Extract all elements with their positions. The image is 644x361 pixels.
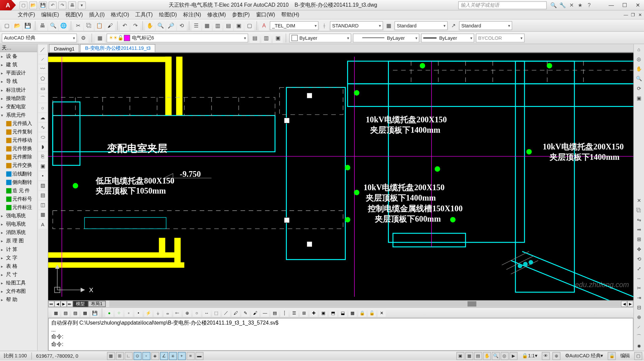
linetype-combo[interactable]: ByLayer (353, 33, 419, 42)
status-model-icon[interactable]: ▣ (456, 352, 464, 360)
palette-item-22[interactable]: ▸原 理 图 (0, 237, 37, 245)
table-icon[interactable]: ▦ (38, 210, 47, 219)
palette-item-25[interactable]: ▸表 格 (0, 262, 37, 270)
mdi-restore-button[interactable]: ❐ (630, 12, 636, 18)
qat-redo-icon[interactable]: ↷ (58, 1, 66, 9)
layer-iso-icon[interactable]: ▥ (261, 33, 271, 42)
undo-icon[interactable]: ↶ (120, 20, 130, 30)
textstyle-icon[interactable]: A (259, 20, 269, 30)
mleaderstyle-icon[interactable]: ↗ (449, 20, 458, 30)
tab-first-icon[interactable]: ⏮ (48, 301, 54, 307)
maximize-button[interactable]: ☐ (618, 1, 631, 9)
circle-icon[interactable]: ○ (38, 103, 47, 112)
et-29-icon[interactable]: ⬒ (329, 309, 337, 317)
status-qvlay-icon[interactable]: ▤ (474, 352, 482, 360)
palette-item-13[interactable]: 元件交换 (0, 161, 37, 169)
modify-join-icon[interactable]: ⊕ (635, 313, 643, 322)
et-6-icon[interactable]: ● (105, 309, 113, 317)
status-scale[interactable]: 比例 1:100 (2, 352, 28, 359)
markup-icon[interactable]: ▣ (234, 20, 244, 30)
palette-item-4[interactable]: ▸标注统计 (0, 86, 37, 94)
status-ducs-icon[interactable]: ⚹ (169, 352, 177, 360)
search-icon[interactable]: 🔍 (550, 2, 557, 9)
palette-item-19[interactable]: ▸强电系统 (0, 212, 37, 220)
et-13-icon[interactable]: ⟜ (173, 309, 181, 317)
key-icon[interactable]: 🔧 (559, 2, 566, 9)
doc-tab-2[interactable]: B-变电所-办公楼201411.19_t3 (80, 44, 156, 52)
dimstyle-icon[interactable]: ⟊ (319, 20, 329, 30)
et-7-icon[interactable]: ⁘ (115, 309, 123, 317)
palette-item-9[interactable]: 元件复制 (0, 128, 37, 136)
properties-icon[interactable]: ☰ (191, 20, 201, 30)
nav-steer-icon[interactable]: ◎ (635, 55, 643, 64)
status-snap-icon[interactable]: ▦ (107, 352, 115, 360)
et-17-icon[interactable]: ⬚ (212, 309, 220, 317)
et-34-icon[interactable]: ✕ (378, 309, 386, 317)
et-26-icon[interactable]: ⊞ (300, 309, 308, 317)
modify-break-icon[interactable]: ⊟ (635, 303, 643, 312)
qcalc-icon[interactable]: ▢ (245, 20, 254, 30)
palette-item-15[interactable]: 侧向翻转 (0, 178, 37, 187)
textstyle-combo[interactable]: _TEL_DIM (270, 21, 318, 30)
insert-icon[interactable]: ⎘ (38, 152, 47, 161)
palette-item-1[interactable]: ▸建 筑 (0, 61, 37, 69)
palette-item-20[interactable]: ▸弱电系统 (0, 220, 37, 228)
et-31-icon[interactable]: ▦ (348, 309, 356, 317)
modify-explode-icon[interactable]: ✸ (635, 342, 643, 351)
palette-item-8[interactable]: 元件插入 (0, 119, 37, 128)
rect-icon[interactable]: ▭ (38, 84, 47, 93)
et-4-icon[interactable]: ▩ (81, 309, 89, 317)
dc-icon[interactable]: ▦ (202, 20, 212, 30)
et-1-icon[interactable]: ▦ (52, 309, 60, 317)
spline-icon[interactable]: ∿ (38, 123, 47, 131)
ws-settings-icon[interactable]: ⚙ (79, 33, 88, 42)
layer-states-icon[interactable]: ▤ (250, 33, 260, 42)
tool-palettes-icon[interactable]: ▥ (213, 20, 223, 30)
status-workspace[interactable]: ⚙AutoCAD 经典▾ (563, 352, 605, 359)
et-21-icon[interactable]: 🖌 (251, 309, 259, 317)
et-18-icon[interactable]: ／ (222, 309, 230, 317)
publish-icon[interactable]: 🌐 (59, 20, 69, 30)
palette-item-24[interactable]: ▸文 字 (0, 253, 37, 262)
menu-help[interactable]: 帮助(H) (281, 11, 299, 18)
zoom-rt-icon[interactable]: 🔍 (156, 20, 165, 30)
et-20-icon[interactable]: ✎ (241, 309, 249, 317)
copy-icon[interactable]: ⿻ (84, 20, 94, 30)
zoom-prev-icon[interactable]: ⟲ (177, 20, 187, 30)
palette-item-27[interactable]: ▸绘图工具 (0, 279, 37, 287)
status-ortho-icon[interactable]: ∟ (125, 352, 133, 360)
modify-fillet-icon[interactable]: ⌒ (635, 332, 643, 341)
palette-title[interactable]: 天… (0, 44, 37, 52)
match-icon[interactable]: 🖌 (105, 20, 115, 30)
status-tray[interactable]: 编辑 (618, 352, 632, 359)
palette-item-23[interactable]: ▸计 算 (0, 245, 37, 253)
plot-icon[interactable]: 🖶 (37, 20, 47, 30)
status-otrack-icon[interactable]: ∠ (160, 352, 168, 360)
status-steer2-icon[interactable]: ◎ (501, 352, 509, 360)
status-dyn-icon[interactable]: + (178, 352, 186, 360)
et-27-icon[interactable]: ✚ (310, 309, 318, 317)
zoom-win-icon[interactable]: 🔎 (166, 20, 176, 30)
qat-more-icon[interactable]: ▾ (78, 1, 86, 9)
app-icon[interactable]: A (0, 0, 16, 10)
status-motion-icon[interactable]: ▶ (509, 352, 517, 360)
gradient-icon[interactable]: ▤ (38, 191, 47, 200)
status-qview-icon[interactable]: ▦ (465, 352, 473, 360)
palette-item-14[interactable]: 沿线翻转 (0, 169, 37, 178)
tab-next-icon[interactable]: ▶ (61, 301, 67, 307)
modify-array-icon[interactable]: ⊞ (635, 235, 643, 244)
region-icon[interactable]: ◫ (38, 201, 47, 209)
et-33-icon[interactable]: 🔓 (368, 309, 376, 317)
et-19-icon[interactable]: 🖊 (232, 309, 240, 317)
et-22-icon[interactable]: — (261, 309, 269, 317)
tab-prev-icon[interactable]: ◀ (55, 301, 61, 307)
arc-icon[interactable]: ⌒ (38, 94, 47, 102)
menu-window[interactable]: 窗口(W) (256, 11, 275, 18)
qat-new-icon[interactable]: ▢ (19, 1, 27, 9)
qat-save-icon[interactable]: 💾 (39, 1, 47, 9)
menu-edit[interactable]: 编辑(E) (41, 11, 59, 18)
menu-modify[interactable]: 修改(M) (207, 11, 226, 18)
modify-copy-icon[interactable]: ⿻ (635, 206, 643, 215)
cut-icon[interactable]: ✂ (73, 20, 83, 30)
et-11-icon[interactable]: ⏚ (154, 309, 162, 317)
